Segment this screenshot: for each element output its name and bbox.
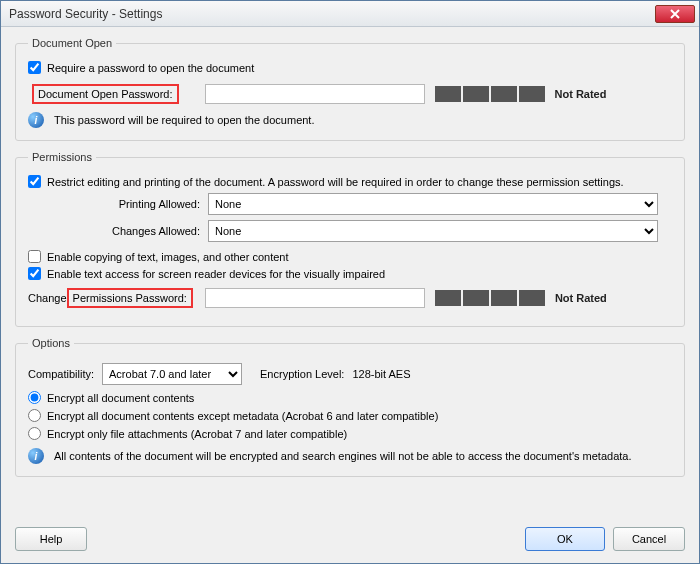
require-password-label: Require a password to open the document: [47, 62, 254, 74]
encrypt-all-label: Encrypt all document contents: [47, 392, 194, 404]
password-strength-text: Not Rated: [555, 88, 607, 100]
encryption-level-value: 128-bit AES: [352, 368, 410, 380]
perm-password-strength-text: Not Rated: [555, 292, 607, 304]
encrypt-attachments-radio[interactable]: [28, 427, 41, 440]
enable-text-access-checkbox[interactable]: [28, 267, 41, 280]
printing-allowed-label: Printing Allowed:: [28, 198, 208, 210]
cancel-button[interactable]: Cancel: [613, 527, 685, 551]
window-title: Password Security - Settings: [9, 7, 655, 21]
encryption-level-label: Encryption Level:: [260, 368, 344, 380]
compatibility-label: Compatibility:: [28, 368, 94, 380]
permissions-password-label: Permissions Password:: [67, 288, 193, 308]
encrypt-except-metadata-radio[interactable]: [28, 409, 41, 422]
changes-allowed-label: Changes Allowed:: [28, 225, 208, 237]
restrict-editing-checkbox[interactable]: [28, 175, 41, 188]
titlebar: Password Security - Settings: [1, 1, 699, 27]
encrypt-attachments-label: Encrypt only file attachments (Acrobat 7…: [47, 428, 347, 440]
password-strength-meter: [435, 86, 545, 102]
info-icon: i: [28, 448, 44, 464]
close-icon: [670, 9, 680, 19]
permissions-password-input[interactable]: [205, 288, 425, 308]
dialog-content: Document Open Require a password to open…: [1, 27, 699, 519]
permissions-legend: Permissions: [28, 151, 96, 163]
options-group: Options Compatibility: Acrobat 7.0 and l…: [15, 337, 685, 477]
encrypt-except-metadata-label: Encrypt all document contents except met…: [47, 410, 438, 422]
document-open-legend: Document Open: [28, 37, 116, 49]
doc-open-password-label: Document Open Password:: [32, 84, 179, 104]
dialog-footer: Help OK Cancel: [1, 519, 699, 563]
require-password-checkbox[interactable]: [28, 61, 41, 74]
doc-open-info-text: This password will be required to open t…: [54, 114, 314, 126]
ok-button[interactable]: OK: [525, 527, 605, 551]
restrict-editing-label: Restrict editing and printing of the doc…: [47, 176, 624, 188]
options-info-text: All contents of the document will be enc…: [54, 450, 632, 462]
help-button[interactable]: Help: [15, 527, 87, 551]
changes-allowed-select[interactable]: None: [208, 220, 658, 242]
compatibility-select[interactable]: Acrobat 7.0 and later: [102, 363, 242, 385]
change-perm-prefix: Change: [28, 292, 67, 304]
options-legend: Options: [28, 337, 74, 349]
dialog-window: Password Security - Settings Document Op…: [0, 0, 700, 564]
document-open-group: Document Open Require a password to open…: [15, 37, 685, 141]
enable-text-access-label: Enable text access for screen reader dev…: [47, 268, 385, 280]
enable-copy-label: Enable copying of text, images, and othe…: [47, 251, 289, 263]
printing-allowed-select[interactable]: None: [208, 193, 658, 215]
close-button[interactable]: [655, 5, 695, 23]
encrypt-all-radio[interactable]: [28, 391, 41, 404]
enable-copy-checkbox[interactable]: [28, 250, 41, 263]
doc-open-password-input[interactable]: [205, 84, 425, 104]
permissions-group: Permissions Restrict editing and printin…: [15, 151, 685, 327]
perm-password-strength-meter: [435, 290, 545, 306]
info-icon: i: [28, 112, 44, 128]
